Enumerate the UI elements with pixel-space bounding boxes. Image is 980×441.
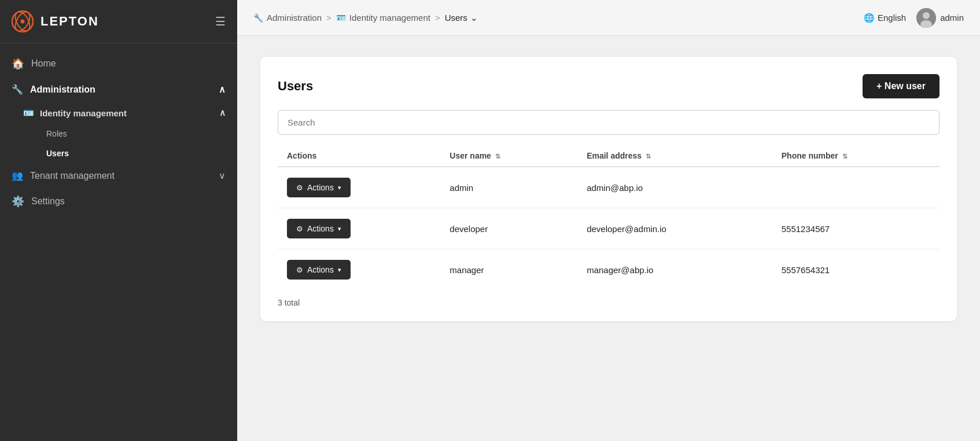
sidebar-header: LEPTON ☰ xyxy=(0,0,237,43)
gear-icon: ⚙ xyxy=(296,183,303,192)
breadcrumb-administration-label: Administration xyxy=(267,13,322,23)
identity-chevron-icon: ∧ xyxy=(219,108,226,118)
sidebar-item-home[interactable]: 🏠 Home xyxy=(0,50,237,77)
sidebar-tenant-label: Tenant management xyxy=(30,171,115,181)
total-count: 3 total xyxy=(278,298,300,307)
breadcrumb: 🔧 Administration > 🪪 Identity management… xyxy=(253,13,478,23)
row-developer-email: developer@admin.io xyxy=(577,208,772,249)
row-developer-actions-cell: ⚙ Actions ▾ xyxy=(278,208,440,249)
table-head: Actions User name ⇅ Email address ⇅ Phon… xyxy=(278,145,940,167)
table-footer: 3 total xyxy=(278,298,940,307)
administration-chevron-icon: ∧ xyxy=(219,84,226,95)
search-input[interactable] xyxy=(278,110,940,135)
language-selector[interactable]: 🌐 English xyxy=(864,13,906,23)
gear-icon: ⚙ xyxy=(296,266,303,274)
actions-button-developer[interactable]: ⚙ Actions ▾ xyxy=(287,219,351,238)
row-developer-username: developer xyxy=(440,208,577,249)
hamburger-icon[interactable]: ☰ xyxy=(215,14,226,28)
card-header: Users + New user xyxy=(278,74,940,98)
sidebar-item-users[interactable]: Users xyxy=(12,144,237,163)
col-email[interactable]: Email address ⇅ xyxy=(577,145,772,167)
actions-label: Actions xyxy=(307,224,334,233)
sidebar-nav: 🏠 Home 🔧 Administration ∧ 🪪 Identity man… xyxy=(0,43,237,441)
sidebar-logo: LEPTON xyxy=(12,10,99,32)
table-body: ⚙ Actions ▾ admin admin@abp.io xyxy=(278,167,940,290)
row-developer-phone: 5551234567 xyxy=(772,208,940,249)
breadcrumb-sep-2: > xyxy=(435,13,440,23)
row-manager-actions-cell: ⚙ Actions ▾ xyxy=(278,249,440,291)
gear-icon: ⚙ xyxy=(296,225,303,233)
globe-icon: 🌐 xyxy=(864,13,875,23)
tenant-icon: 👥 xyxy=(12,170,23,181)
breadcrumb-users[interactable]: Users ⌄ xyxy=(445,13,478,23)
col-username[interactable]: User name ⇅ xyxy=(440,145,577,167)
users-table: Actions User name ⇅ Email address ⇅ Phon… xyxy=(278,145,940,290)
user-menu[interactable]: admin xyxy=(916,8,964,28)
user-name-label: admin xyxy=(940,13,964,23)
table-header-row: Actions User name ⇅ Email address ⇅ Phon… xyxy=(278,145,940,167)
actions-button-admin[interactable]: ⚙ Actions ▾ xyxy=(287,178,351,197)
sidebar-sub-identity: 🪪 Identity management ∧ Roles Users xyxy=(0,102,237,163)
actions-button-manager[interactable]: ⚙ Actions ▾ xyxy=(287,260,351,280)
row-manager-username: manager xyxy=(440,249,577,291)
sidebar-tenant-header[interactable]: 👥 Tenant management ∨ xyxy=(0,163,237,188)
main-area: 🔧 Administration > 🪪 Identity management… xyxy=(237,0,980,441)
sidebar-item-home-label: Home xyxy=(31,58,56,69)
breadcrumb-identity-label: Identity management xyxy=(349,13,430,23)
sidebar-settings-label: Settings xyxy=(31,196,65,207)
breadcrumb-identity-icon: 🪪 xyxy=(336,13,346,23)
sidebar-identity-management-header[interactable]: 🪪 Identity management ∧ xyxy=(12,102,237,124)
breadcrumb-administration[interactable]: 🔧 Administration xyxy=(253,13,322,23)
col-actions: Actions xyxy=(278,145,440,167)
sidebar-identity-management-label: Identity management xyxy=(40,108,127,118)
breadcrumb-sep-1: > xyxy=(326,13,331,23)
svg-point-3 xyxy=(21,20,25,24)
users-card: Users + New user Actions User name ⇅ xyxy=(260,57,957,321)
sidebar-item-roles[interactable]: Roles xyxy=(12,124,237,144)
home-icon: 🏠 xyxy=(12,57,24,70)
topbar: 🔧 Administration > 🪪 Identity management… xyxy=(237,0,980,36)
tenant-chevron-icon: ∨ xyxy=(219,170,226,181)
sidebar-users-label: Users xyxy=(46,149,69,158)
row-admin-email: admin@abp.io xyxy=(577,167,772,208)
email-sort-icon: ⇅ xyxy=(646,153,651,160)
app-name: LEPTON xyxy=(40,14,99,29)
breadcrumb-users-label: Users xyxy=(445,13,467,23)
col-phone[interactable]: Phone number ⇅ xyxy=(772,145,940,167)
topbar-right: 🌐 English admin xyxy=(864,8,964,28)
lepton-logo-icon xyxy=(12,10,34,32)
identity-icon: 🪪 xyxy=(23,108,34,118)
settings-icon: ⚙️ xyxy=(12,195,24,208)
breadcrumb-administration-icon: 🔧 xyxy=(253,13,263,23)
sidebar-section-tenant: 👥 Tenant management ∨ xyxy=(0,163,237,188)
sidebar-administration-label: Administration xyxy=(30,84,95,95)
caret-icon: ▾ xyxy=(338,266,341,274)
language-label: English xyxy=(878,13,906,23)
table-row: ⚙ Actions ▾ developer developer@admin.io… xyxy=(278,208,940,249)
table-row: ⚙ Actions ▾ manager manager@abp.io 55576… xyxy=(278,249,940,291)
actions-label: Actions xyxy=(307,265,334,274)
sidebar-item-settings[interactable]: ⚙️ Settings xyxy=(0,188,237,215)
new-user-button[interactable]: + New user xyxy=(863,74,940,98)
administration-icon: 🔧 xyxy=(12,84,23,95)
username-sort-icon: ⇅ xyxy=(495,153,500,160)
user-avatar xyxy=(916,8,936,28)
row-manager-email: manager@abp.io xyxy=(577,249,772,291)
sidebar-roles-label: Roles xyxy=(46,129,67,138)
row-admin-phone xyxy=(772,167,940,208)
row-manager-phone: 5557654321 xyxy=(772,249,940,291)
caret-icon: ▾ xyxy=(338,225,341,233)
phone-sort-icon: ⇅ xyxy=(842,153,848,160)
breadcrumb-identity[interactable]: 🪪 Identity management xyxy=(336,13,430,23)
sidebar: LEPTON ☰ 🏠 Home 🔧 Administration ∧ 🪪 xyxy=(0,0,237,441)
sidebar-administration-header[interactable]: 🔧 Administration ∧ xyxy=(0,77,237,102)
caret-icon: ▾ xyxy=(338,184,341,192)
svg-point-5 xyxy=(923,12,930,19)
page-content: Users + New user Actions User name ⇅ xyxy=(237,36,980,441)
actions-label: Actions xyxy=(307,183,334,192)
sidebar-section-administration: 🔧 Administration ∧ 🪪 Identity management… xyxy=(0,77,237,163)
breadcrumb-users-chevron: ⌄ xyxy=(470,13,478,23)
row-admin-actions-cell: ⚙ Actions ▾ xyxy=(278,167,440,208)
page-title: Users xyxy=(278,79,313,94)
table-row: ⚙ Actions ▾ admin admin@abp.io xyxy=(278,167,940,208)
